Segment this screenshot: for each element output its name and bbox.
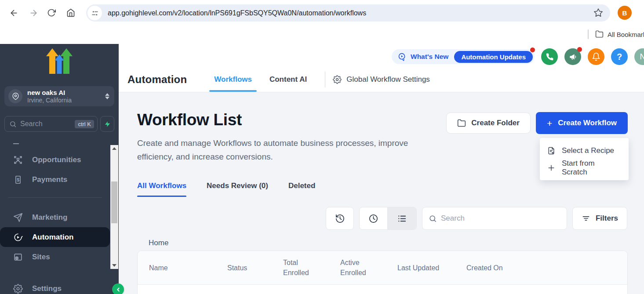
workflow-list-content: Workflow List Create and manage Workflow… [119, 92, 644, 294]
sidebar-search-input[interactable] [20, 120, 75, 128]
folder-icon [457, 119, 466, 127]
gohighlevel-logo[interactable] [0, 48, 119, 74]
scrollbar-up-arrow[interactable] [110, 145, 118, 152]
megaphone-icon [569, 53, 577, 61]
phone-icon [546, 53, 554, 61]
whats-new-label[interactable]: What's New [411, 53, 448, 61]
workflow-search[interactable] [422, 207, 567, 230]
automation-updates-badge[interactable]: Automation Updates [454, 51, 533, 63]
tab-content-ai[interactable]: Content AI [265, 67, 312, 92]
address-bar[interactable]: app.gohighlevel.com/v2/location/lnPS691g… [86, 4, 610, 22]
sidebar-item-label: Automation [32, 233, 73, 242]
column-header-label: Total Enrolled [283, 258, 314, 278]
scrollbar-thumb[interactable] [111, 181, 117, 223]
tab-workflows[interactable]: Workflows [209, 67, 257, 92]
sidebar-item-settings[interactable]: Settings [0, 279, 119, 294]
bookmarks-bar: All Bookmarks [0, 25, 644, 44]
browser-back-icon[interactable] [9, 8, 18, 18]
sidebar-item-label: Payments [32, 175, 67, 184]
gear-icon [333, 75, 342, 84]
app-screen: app.gohighlevel.com/v2/location/lnPS691g… [0, 0, 644, 294]
sidebar-search[interactable]: ctrl K [4, 116, 98, 132]
browser-home-icon[interactable] [66, 8, 75, 17]
search-icon [429, 214, 437, 223]
automation-nav: Automation Workflows Content AI Global W… [127, 67, 430, 92]
account-location: Irvine, California [27, 97, 72, 104]
tab-all-workflows[interactable]: All Workflows [137, 181, 186, 197]
phone-button[interactable] [541, 48, 558, 65]
breadcrumb[interactable]: Home [149, 239, 168, 247]
list-toolbar: Filters [326, 207, 627, 230]
help-button[interactable]: ? [611, 48, 628, 65]
recipe-document-icon [547, 146, 556, 155]
location-switcher[interactable]: new oaks AI Irvine, California [4, 86, 114, 106]
bookmarks-folder-icon[interactable] [595, 30, 604, 38]
announcements-button[interactable] [564, 48, 581, 65]
automation-icon [13, 232, 23, 242]
chevron-left-icon [115, 287, 121, 293]
keyboard-shortcut-badge: ctrl K [75, 120, 94, 128]
main-area: What's New Automation Updates [119, 44, 644, 294]
browser-menu-icon[interactable]: ⋮ [641, 8, 644, 18]
column-header-name[interactable]: Name [149, 263, 227, 273]
filters-label: Filters [596, 214, 618, 223]
filters-button[interactable]: Filters [572, 207, 627, 230]
global-workflow-settings-link[interactable]: Global Workflow Settings [333, 75, 430, 84]
workflow-search-input[interactable] [441, 214, 560, 223]
quick-actions-button[interactable] [100, 116, 114, 132]
column-header-total-enrolled[interactable]: Total Enrolled [283, 258, 340, 278]
whats-new-icon [397, 52, 407, 62]
sidebar-item-label: Settings [32, 284, 62, 293]
location-pin-icon [8, 89, 22, 103]
sidebar-item-automation[interactable]: Automation [0, 227, 110, 247]
site-settings-icon[interactable] [87, 6, 102, 20]
bookmark-star-icon[interactable] [593, 8, 603, 18]
table-header-row: Name Status Total Enrolled Active Enroll… [138, 251, 627, 285]
menu-item-select-recipe[interactable]: Select a Recipe [540, 142, 629, 159]
column-header-status[interactable]: Status [227, 263, 283, 273]
browser-forward-icon[interactable] [29, 8, 38, 18]
sidebar-item-label: Marketing [32, 213, 67, 222]
column-header-active-enrolled[interactable]: Active Enrolled [340, 258, 397, 278]
marketing-icon [13, 213, 23, 222]
browser-profile-avatar[interactable]: B [618, 6, 632, 20]
location-texts: new oaks AI Irvine, California [27, 89, 72, 104]
user-avatar[interactable]: N [634, 48, 644, 65]
column-header-label: Active Enrolled [340, 258, 371, 278]
account-name: new oaks AI [27, 89, 72, 97]
sidebar-item-opportunities[interactable]: Opportunities [0, 150, 119, 170]
column-header-created-on[interactable]: Created On [466, 263, 554, 273]
chevron-updown-icon[interactable] [105, 93, 109, 99]
opportunities-icon [13, 155, 23, 165]
sidebar-item-payments[interactable]: $ Payments [0, 170, 119, 189]
recent-view-toggle[interactable] [360, 207, 388, 229]
sidebar-item-sites[interactable]: Sites [0, 247, 119, 267]
tab-deleted[interactable]: Deleted [288, 181, 315, 197]
svg-text:$: $ [17, 177, 19, 182]
whats-new-pill[interactable]: What's New Automation Updates [392, 49, 535, 64]
browser-chrome: app.gohighlevel.com/v2/location/lnPS691g… [0, 0, 644, 25]
sidebar-item-marketing[interactable]: Marketing [0, 207, 119, 227]
sidebar: new oaks AI Irvine, California ctrl K Op… [0, 44, 119, 294]
sidebar-collapse-button[interactable] [112, 283, 124, 294]
all-bookmarks-label[interactable]: All Bookmarks [608, 31, 644, 38]
workflow-list-description: Create and manage Workflows to automate … [137, 136, 427, 163]
scrollbar-down-arrow[interactable] [110, 262, 118, 269]
browser-reload-icon[interactable] [47, 8, 56, 17]
url-text[interactable]: app.gohighlevel.com/v2/location/lnPS691g… [108, 9, 366, 17]
header-actions: What's New Automation Updates [392, 48, 644, 65]
create-folder-button[interactable]: Create Folder [446, 113, 531, 134]
tab-needs-review[interactable]: Needs Review (0) [207, 181, 268, 197]
page-header: What's New Automation Updates [119, 44, 644, 92]
create-workflow-button[interactable]: + Create Workflow [536, 112, 628, 134]
history-button[interactable] [326, 207, 354, 230]
column-header-last-updated[interactable]: Last Updated [397, 263, 466, 273]
sites-icon [13, 252, 23, 262]
clock-icon [368, 214, 378, 224]
notifications-button[interactable] [588, 48, 604, 65]
list-view-toggle[interactable] [388, 207, 416, 229]
sidebar-scrollbar[interactable] [110, 145, 118, 269]
table-row [138, 285, 627, 294]
menu-item-start-from-scratch[interactable]: Start from Scratch [540, 159, 629, 176]
create-folder-label: Create Folder [471, 119, 520, 127]
